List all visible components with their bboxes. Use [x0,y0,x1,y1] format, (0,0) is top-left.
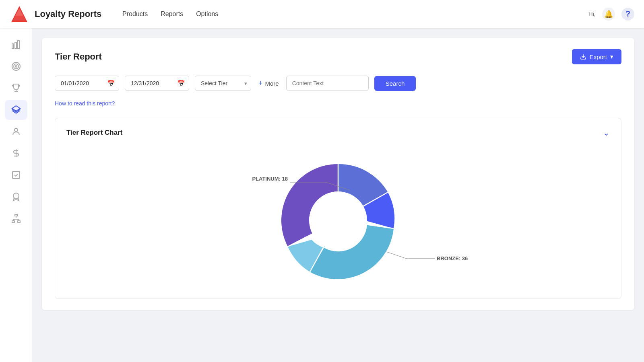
chart-title: Tier Report Chart [66,129,123,137]
page-card: Tier Report Export ▾ 📅 📅 Select Tie [42,38,634,310]
sidebar-item-dollar[interactable] [5,143,27,163]
donut-hole [309,191,367,249]
sidebar-item-award[interactable] [5,187,27,207]
greeting-text: Hi, [588,10,596,17]
label-platinum: PLATINUM: 18 [252,176,288,182]
sidebar-item-checklist[interactable] [5,165,27,185]
main-nav: Products Reports Options [122,9,588,19]
sidebar-item-users[interactable] [5,121,27,142]
nav-reports[interactable]: Reports [161,9,183,19]
chart-header: Tier Report Chart ⌄ [66,128,610,138]
svg-rect-5 [18,41,19,49]
tier-select[interactable]: Select Tier Bronze Silver Gold Platinum [195,76,251,91]
sidebar [0,28,32,362]
more-label: More [265,80,279,87]
chart-card: Tier Report Chart ⌄ [55,118,621,299]
sidebar-item-trophy[interactable] [5,78,27,98]
main-content: Tier Report Export ▾ 📅 📅 Select Tie [32,28,644,362]
notification-icon[interactable]: 🔔 [602,8,615,21]
svg-rect-15 [18,221,20,222]
page-title: Tier Report [55,51,102,62]
search-label: Search [386,80,405,87]
plus-icon: + [258,79,263,88]
svg-rect-13 [15,214,17,216]
nav-right: Hi, 🔔 ? [588,8,634,21]
topnav: Loyalty Reports Products Reports Options… [0,0,644,28]
more-button[interactable]: + More [257,76,281,91]
svg-rect-11 [12,171,20,179]
app-title: Loyalty Reports [35,9,101,19]
export-button[interactable]: Export ▾ [572,49,621,64]
nav-products[interactable]: Products [122,9,148,19]
svg-point-7 [14,64,19,69]
donut-chart-svg: PLATINUM: 18 BRONZE: 36 [237,144,439,289]
sidebar-item-layers[interactable] [5,100,27,120]
app-logo [10,4,29,24]
page-header: Tier Report Export ▾ [55,49,621,64]
chart-collapse-icon[interactable]: ⌄ [603,128,610,138]
download-icon [580,53,586,60]
filters-row: 📅 📅 Select Tier Bronze Silver Gold Plati… [55,76,621,91]
label-bronze: BRONZE: 36 [437,255,468,261]
end-date-wrap: 📅 [125,76,189,91]
help-icon[interactable]: ? [621,8,634,21]
donut-chart-container: PLATINUM: 18 BRONZE: 36 [66,144,610,289]
export-chevron: ▾ [610,53,613,60]
svg-point-8 [15,66,17,67]
end-date-input[interactable] [125,76,189,91]
start-date-wrap: 📅 [55,76,119,91]
svg-rect-3 [12,44,14,49]
content-search-input[interactable] [286,76,369,91]
search-button[interactable]: Search [374,76,416,91]
sidebar-item-bar-chart[interactable] [5,35,27,55]
sidebar-item-org[interactable] [5,208,27,228]
tier-select-wrap: Select Tier Bronze Silver Gold Platinum [195,76,251,91]
help-link[interactable]: How to read this report? [55,100,115,107]
logo-area: Loyalty Reports [10,4,122,24]
svg-rect-14 [12,221,14,222]
svg-line-24 [386,252,407,259]
start-date-input[interactable] [55,76,119,91]
nav-options[interactable]: Options [196,9,218,19]
export-label: Export [590,53,607,60]
svg-rect-4 [15,42,17,49]
svg-point-10 [14,128,18,132]
sidebar-item-target[interactable] [5,56,27,76]
